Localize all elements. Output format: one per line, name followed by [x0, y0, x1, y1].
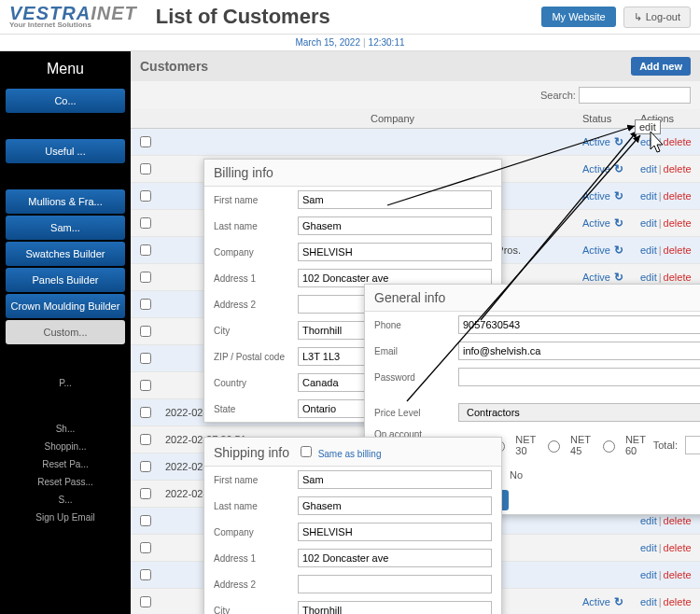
row-checkbox[interactable] — [140, 434, 151, 445]
row-checkbox[interactable] — [140, 217, 151, 229]
delete-link[interactable]: delete — [664, 190, 692, 202]
logo: VESTRAINET Your Internet Solutions — [9, 5, 137, 28]
row-checkbox[interactable] — [140, 272, 151, 283]
edit-link[interactable]: edit — [640, 542, 657, 553]
onacct-net45[interactable] — [548, 440, 560, 453]
edit-link[interactable]: edit — [640, 190, 657, 202]
sidebar-item-5[interactable]: Panels Builder — [6, 268, 125, 292]
sidebar-tail-0[interactable]: P... — [0, 374, 131, 392]
add-new-button[interactable]: Add new — [631, 57, 691, 76]
delete-link[interactable]: delete — [664, 163, 692, 174]
edit-link[interactable]: edit — [640, 272, 657, 283]
row-checkbox[interactable] — [140, 136, 151, 147]
row-checkbox[interactable] — [140, 596, 151, 607]
sidebar-item-1[interactable]: Useful ... — [6, 139, 125, 163]
status-badge: Active — [582, 217, 610, 229]
sidebar-tail-3[interactable]: Reset Pa... — [0, 455, 131, 473]
row-checkbox[interactable] — [140, 244, 151, 256]
refresh-icon[interactable]: ↻ — [610, 162, 623, 175]
logout-button[interactable]: ↳ Log-out — [623, 7, 691, 28]
general-price-level[interactable]: Contractors — [458, 403, 700, 422]
shipping-addr1[interactable] — [298, 549, 492, 567]
billing-title: Billing info — [204, 160, 501, 187]
sidebar-tail-5[interactable]: S... — [0, 491, 131, 509]
edit-tooltip: edit — [635, 119, 661, 134]
delete-link[interactable]: delete — [664, 272, 692, 283]
table-row: Active↻edit|delete — [131, 129, 700, 156]
shipping-company[interactable] — [298, 523, 492, 541]
billing-company[interactable] — [298, 243, 492, 261]
shipping-first[interactable] — [298, 470, 492, 489]
customers-panel-head: Customers Add new — [131, 51, 700, 81]
content-area: Customers Add new Search: Company Status… — [131, 51, 700, 614]
shipping-city[interactable] — [298, 601, 492, 614]
onacct-net60[interactable] — [603, 440, 615, 453]
edit-link[interactable]: edit — [640, 136, 657, 147]
sidebar-item-3[interactable]: Sam... — [6, 216, 125, 240]
edit-link[interactable]: edit — [640, 217, 657, 229]
general-phone[interactable] — [458, 315, 700, 334]
edit-link[interactable]: edit — [640, 596, 657, 607]
sidebar-item-2[interactable]: Mullions & Fra... — [6, 189, 125, 214]
col-company[interactable]: Company — [365, 109, 577, 129]
general-password[interactable] — [458, 368, 700, 386]
refresh-icon[interactable]: ↻ — [610, 595, 623, 608]
billing-last[interactable] — [298, 216, 492, 235]
sidebar-item-0[interactable]: Co... — [6, 89, 125, 113]
general-total[interactable] — [685, 436, 700, 454]
billing-first[interactable] — [298, 190, 492, 209]
edit-link[interactable]: edit — [640, 244, 657, 256]
same-as-billing[interactable] — [301, 446, 312, 457]
delete-link[interactable]: delete — [664, 244, 692, 256]
shipping-title: Shipping info Same as billing — [204, 438, 501, 467]
edit-link[interactable]: edit — [640, 163, 657, 174]
delete-link[interactable]: delete — [664, 569, 692, 580]
refresh-icon[interactable]: ↻ — [610, 135, 623, 148]
row-checkbox[interactable] — [140, 542, 151, 553]
row-checkbox[interactable] — [140, 190, 151, 202]
refresh-icon[interactable]: ↻ — [610, 189, 623, 202]
sidebar-tail-1[interactable]: Sh... — [0, 420, 131, 438]
my-website-button[interactable]: My Website — [541, 7, 615, 27]
delete-link[interactable]: delete — [664, 515, 692, 526]
status-badge: Active — [582, 163, 610, 174]
row-checkbox[interactable] — [140, 353, 151, 364]
delete-link[interactable]: delete — [664, 217, 692, 229]
sidebar-item-7[interactable]: Custom... — [6, 320, 125, 344]
row-name — [262, 129, 365, 156]
topbar: VESTRAINET Your Internet Solutions List … — [0, 0, 700, 35]
sidebar-tail-2[interactable]: Shoppin... — [0, 438, 131, 455]
row-checkbox[interactable] — [140, 380, 151, 391]
delete-link[interactable]: delete — [664, 596, 692, 607]
refresh-icon[interactable]: ↻ — [610, 216, 623, 230]
sidebar-tail-4[interactable]: Reset Pass... — [0, 473, 131, 491]
row-checkbox[interactable] — [140, 163, 151, 174]
row-checkbox[interactable] — [140, 407, 151, 418]
refresh-icon[interactable]: ↻ — [610, 271, 623, 284]
row-checkbox[interactable] — [140, 569, 151, 580]
status-badge: Active — [582, 190, 610, 202]
row-checkbox[interactable] — [140, 299, 151, 310]
row-checkbox[interactable] — [140, 488, 151, 499]
row-checkbox[interactable] — [140, 461, 151, 472]
status-badge: Active — [582, 596, 610, 607]
shipping-addr2[interactable] — [298, 575, 492, 593]
delete-link[interactable]: delete — [664, 136, 692, 147]
shipping-last[interactable] — [298, 496, 492, 515]
search-input[interactable] — [579, 87, 691, 104]
delete-link[interactable]: delete — [664, 542, 692, 553]
edit-link[interactable]: edit — [640, 569, 657, 580]
sidebar-tail-6[interactable]: Sign Up Email — [0, 509, 131, 526]
refresh-icon[interactable]: ↻ — [610, 244, 623, 257]
status-badge: Active — [582, 136, 610, 147]
general-email[interactable] — [458, 342, 700, 360]
sidebar-item-4[interactable]: Swatches Builder — [6, 242, 125, 266]
edit-link[interactable]: edit — [640, 515, 657, 526]
row-checkbox[interactable] — [140, 326, 151, 337]
col-status[interactable]: Status — [577, 109, 635, 129]
sidebar-item-6[interactable]: Crown Moulding Builder — [6, 294, 125, 318]
status-badge: Active — [582, 244, 610, 256]
sidebar: Menu Co... Useful ... Mullions & Fra... … — [0, 51, 131, 614]
row-checkbox[interactable] — [140, 515, 151, 526]
page-title: List of Customers — [156, 5, 330, 29]
